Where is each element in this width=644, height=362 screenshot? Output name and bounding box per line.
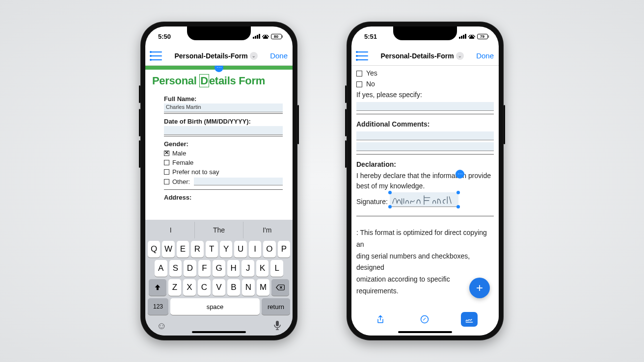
- checkbox-icon[interactable]: [164, 179, 169, 184]
- home-indicator[interactable]: [192, 331, 246, 333]
- gender-other-row[interactable]: Other:: [164, 178, 283, 185]
- gender-female-row[interactable]: Female: [164, 159, 283, 166]
- checkbox-icon[interactable]: [164, 160, 169, 165]
- key-a[interactable]: A: [155, 260, 167, 277]
- gender-prefer-label: Prefer not to say: [172, 168, 219, 176]
- key-q[interactable]: Q: [148, 241, 160, 258]
- key-w[interactable]: W: [162, 241, 174, 258]
- key-h[interactable]: H: [227, 260, 240, 277]
- signature-label: Signature:: [356, 197, 388, 207]
- wifi-icon: [262, 34, 269, 39]
- emoji-icon[interactable]: ☺: [157, 320, 166, 333]
- home-indicator[interactable]: [398, 331, 452, 333]
- checkbox-icon[interactable]: [356, 81, 362, 87]
- drag-handle-icon[interactable]: ⋯: [215, 66, 223, 72]
- key-b[interactable]: B: [227, 279, 240, 296]
- key-return[interactable]: return: [262, 298, 290, 315]
- document-title[interactable]: Personal-Details-Form ⌄: [380, 52, 463, 60]
- key-j[interactable]: J: [242, 260, 254, 277]
- declaration-text-2: best of my knowledge.: [356, 181, 494, 191]
- comment-badge-icon[interactable]: ⋯: [456, 170, 464, 179]
- chevron-down-icon[interactable]: ⌄: [250, 52, 258, 60]
- shift-icon: [154, 284, 161, 291]
- full-name-input[interactable]: Charles Martin: [164, 103, 283, 112]
- outline-icon[interactable]: [150, 52, 162, 60]
- key-delete[interactable]: [271, 279, 289, 296]
- gender-other-input[interactable]: [194, 178, 283, 185]
- gender-male-row[interactable]: Male: [164, 150, 283, 157]
- notch: [187, 26, 251, 40]
- prediction-1[interactable]: I: [147, 222, 195, 238]
- key-r[interactable]: R: [191, 241, 203, 258]
- gender-prefer-row[interactable]: Prefer not to say: [164, 168, 283, 176]
- key-t[interactable]: T: [206, 241, 218, 258]
- key-123[interactable]: 123: [148, 298, 168, 315]
- add-button[interactable]: +: [469, 278, 490, 298]
- document-content[interactable]: ⋯ Personal Details Form Full Name: Charl…: [145, 66, 293, 220]
- gender-other-label: Other:: [172, 178, 190, 185]
- cellular-icon: [253, 34, 260, 39]
- form-heading-b: etails Form: [209, 75, 265, 87]
- key-u[interactable]: U: [234, 241, 246, 258]
- status-icons: 80: [253, 34, 283, 39]
- comments-input-2[interactable]: [356, 142, 494, 151]
- outline-icon[interactable]: [356, 52, 368, 60]
- key-e[interactable]: E: [177, 241, 189, 258]
- chevron-down-icon[interactable]: ⌄: [456, 52, 464, 60]
- key-l[interactable]: L: [270, 260, 283, 277]
- key-p[interactable]: P: [278, 241, 290, 258]
- key-m[interactable]: M: [257, 279, 269, 296]
- checkbox-icon[interactable]: [356, 71, 362, 77]
- key-n[interactable]: N: [242, 279, 255, 296]
- share-button[interactable]: [373, 311, 388, 327]
- yes-row[interactable]: Yes: [356, 68, 494, 78]
- key-d[interactable]: D: [184, 260, 196, 277]
- document-title[interactable]: Personal-Details-Form ⌄: [174, 52, 257, 60]
- prediction-2[interactable]: The: [195, 222, 243, 238]
- key-space[interactable]: space: [170, 298, 260, 315]
- done-button[interactable]: Done: [270, 52, 288, 60]
- bottom-toolbar: [351, 308, 499, 331]
- phone-left: 5:50 80 Personal-Details-Form ⌄ Done ⋯: [140, 22, 297, 340]
- comments-input-1[interactable]: [356, 131, 494, 140]
- document-title-text: Personal-Details-Form: [380, 52, 454, 60]
- key-c[interactable]: C: [198, 279, 211, 296]
- dob-label: Date of Birth (MM/DD/YYYY):: [164, 118, 283, 125]
- key-z[interactable]: Z: [168, 279, 181, 296]
- checkbox-icon[interactable]: [164, 169, 169, 175]
- declaration-label: Declaration:: [356, 159, 494, 170]
- no-row[interactable]: No: [356, 79, 494, 89]
- key-k[interactable]: K: [256, 260, 269, 277]
- sign-button[interactable]: [461, 312, 478, 327]
- form-heading-a: Personal: [152, 75, 199, 87]
- specify-label: If yes, please specify:: [356, 90, 494, 100]
- status-icons: 79: [459, 34, 489, 39]
- key-shift[interactable]: [149, 279, 166, 296]
- key-s[interactable]: S: [169, 260, 182, 277]
- mic-icon[interactable]: [273, 320, 281, 333]
- dob-input[interactable]: [164, 126, 283, 135]
- svg-rect-0: [276, 321, 279, 326]
- key-v[interactable]: V: [213, 279, 225, 296]
- key-o[interactable]: O: [263, 241, 275, 258]
- gender-label: Gender:: [164, 140, 283, 148]
- form-heading[interactable]: Personal Details Form: [150, 74, 288, 91]
- key-i[interactable]: I: [249, 241, 261, 258]
- done-button[interactable]: Done: [476, 52, 494, 60]
- signature-field[interactable]: [390, 192, 458, 207]
- markup-button[interactable]: [417, 311, 432, 327]
- key-x[interactable]: X: [183, 279, 196, 296]
- key-g[interactable]: G: [213, 260, 225, 277]
- key-y[interactable]: Y: [220, 241, 232, 258]
- cellular-icon: [459, 34, 466, 39]
- full-name-label: Full Name:: [164, 95, 283, 103]
- key-f[interactable]: F: [198, 260, 211, 277]
- specify-input[interactable]: [356, 102, 494, 111]
- nav-bar: Personal-Details-Form ⌄ Done: [145, 46, 293, 66]
- prediction-3[interactable]: I'm: [243, 222, 291, 238]
- selection-bar[interactable]: ⋯: [145, 66, 293, 70]
- document-title-text: Personal-Details-Form: [174, 52, 247, 60]
- document-content[interactable]: Yes No If yes, please specify: Additiona…: [351, 66, 499, 336]
- checkbox-icon[interactable]: [164, 151, 169, 156]
- keyboard: I The I'm Q W E R T Y U I O P A S D F: [145, 220, 293, 336]
